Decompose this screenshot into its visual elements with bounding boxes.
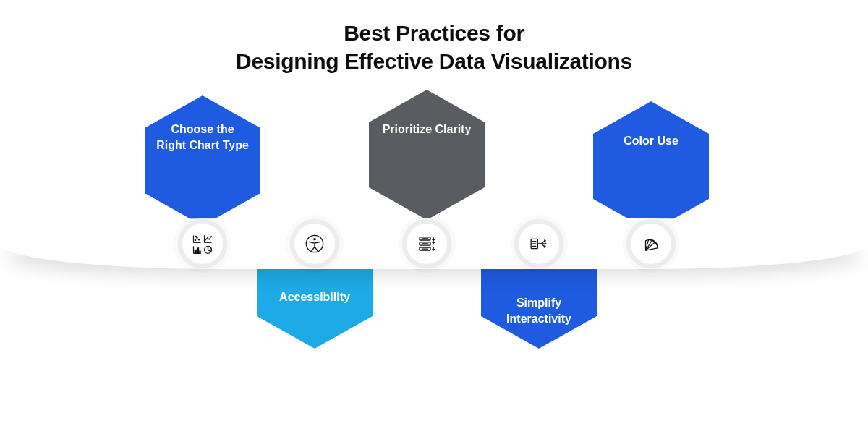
charts-icon <box>182 224 223 264</box>
interactivity-icon <box>519 224 559 264</box>
hex-label: Simplify Interactivity <box>481 295 597 326</box>
clarity-icon <box>407 224 447 264</box>
hexagon-shape <box>145 95 260 226</box>
hex-card-clarity: Prioritize Clarity <box>369 90 485 220</box>
svg-point-9 <box>198 239 199 240</box>
svg-marker-0 <box>145 95 260 226</box>
hex-diagram: Choose the Right Chart Type Accessibilit… <box>0 81 868 421</box>
svg-marker-4 <box>593 101 709 231</box>
hex-label: Color Use <box>593 133 709 149</box>
title-line-1: Best Practices for <box>344 21 524 45</box>
hexagon-shape <box>369 90 485 220</box>
palette-icon <box>631 224 671 264</box>
title-line-2: Designing Effective Data Visualizations <box>236 49 632 73</box>
svg-line-20 <box>208 250 211 252</box>
svg-point-7 <box>195 239 195 240</box>
svg-rect-15 <box>195 250 196 253</box>
hex-label: Accessibility <box>257 289 373 305</box>
svg-point-8 <box>197 237 197 238</box>
accessibility-icon <box>294 224 335 264</box>
diagram-title: Best Practices for Designing Effective D… <box>0 0 868 75</box>
hex-label: Choose the Right Chart Type <box>145 122 260 153</box>
svg-marker-2 <box>369 90 485 220</box>
svg-point-10 <box>195 236 196 237</box>
svg-point-22 <box>313 238 316 241</box>
svg-rect-16 <box>197 248 199 254</box>
svg-point-33 <box>647 248 648 250</box>
hex-card-choose-chart: Choose the Right Chart Type <box>145 95 260 226</box>
hexagon-shape <box>593 101 709 231</box>
svg-rect-17 <box>200 251 200 253</box>
hex-label: Prioritize Clarity <box>369 122 485 137</box>
hex-card-color-use: Color Use <box>593 101 709 231</box>
